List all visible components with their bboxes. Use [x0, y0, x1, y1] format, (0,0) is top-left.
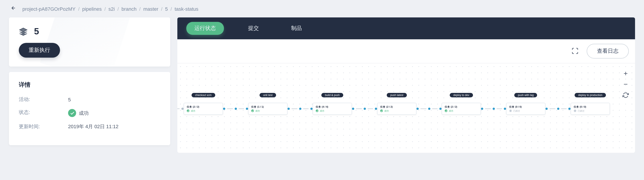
run-header-card: 5 重新执行: [9, 17, 170, 67]
stage-status: 成功: [380, 109, 413, 112]
stage-status: •已跳过: [574, 109, 607, 112]
check-icon: [316, 109, 318, 112]
check-icon: [251, 109, 254, 112]
breadcrumb: project-pA87GOrPozMY / pipelines / s2i /…: [0, 0, 644, 17]
stage-name-badge: checkout scm: [192, 93, 215, 97]
check-icon: [187, 109, 190, 112]
stage-status: 成功: [187, 109, 220, 112]
fullscreen-icon[interactable]: [572, 47, 580, 55]
check-icon: [445, 109, 448, 112]
stage-task-count: 任务 (4 / 4): [316, 105, 349, 108]
stage-connector: [352, 108, 377, 110]
breadcrumb-separator: /: [171, 6, 172, 11]
tab-artifacts[interactable]: 制品: [283, 22, 310, 35]
stage-name-badge: unit test: [260, 93, 276, 97]
breadcrumb-separator: /: [104, 6, 106, 11]
stage-task-count: 任务 (2 / 2): [445, 105, 478, 108]
stage-card[interactable]: 任务 (0 / 0)•已跳过: [506, 103, 546, 115]
tab-commit[interactable]: 提交: [240, 22, 267, 35]
view-log-button[interactable]: 查看日志: [587, 44, 629, 59]
details-title: 详情: [19, 81, 160, 89]
stage-status: 成功: [316, 109, 349, 112]
tab-run-status[interactable]: 运行状态: [186, 22, 224, 35]
status-value: 成功: [79, 110, 89, 116]
breadcrumb-separator: /: [78, 6, 80, 11]
breadcrumb-item[interactable]: 5: [165, 6, 168, 11]
details-card: 详情 活动: 5 状态: 成功 更新时间: 2019年 4月: [9, 72, 170, 145]
stage-card[interactable]: 任务 (4 / 4)成功: [312, 103, 352, 115]
zoom-out-icon[interactable]: −: [622, 80, 630, 89]
success-check-icon: [68, 109, 76, 117]
stage-status: 成功: [445, 109, 478, 112]
stage-connector: [223, 108, 248, 110]
pipeline-stage[interactable]: push with tag任务 (0 / 0)•已跳过: [506, 103, 546, 115]
stage-connector: [416, 108, 442, 110]
breadcrumb-item[interactable]: task-status: [175, 6, 198, 11]
breadcrumb-separator: /: [161, 6, 162, 11]
pipeline-stage[interactable]: build & push任务 (4 / 4)成功: [312, 103, 352, 115]
updated-label: 更新时间:: [19, 123, 68, 130]
pipeline-stage[interactable]: push latest任务 (2 / 2)成功: [377, 103, 416, 115]
stage-task-count: 任务 (0 / 0): [574, 105, 607, 108]
stack-icon: [19, 27, 28, 36]
breadcrumb-separator: /: [117, 6, 119, 11]
stage-task-count: 任务 (2 / 2): [380, 105, 413, 108]
stage-card[interactable]: 任务 (2 / 2)成功: [184, 103, 223, 115]
stage-name-badge: deploy to dev: [450, 93, 473, 97]
stage-card[interactable]: 任务 (1 / 1)成功: [248, 103, 288, 115]
breadcrumb-item[interactable]: branch: [122, 6, 136, 11]
pipeline-stage[interactable]: checkout scm任务 (2 / 2)成功: [184, 103, 223, 115]
run-number: 5: [34, 26, 39, 37]
breadcrumb-item[interactable]: project-pA87GOrPozMY: [22, 6, 76, 11]
stage-task-count: 任务 (0 / 0): [509, 105, 542, 108]
breadcrumb-item[interactable]: pipelines: [82, 6, 102, 11]
stage-connector: [546, 108, 570, 110]
stage-name-badge: push latest: [387, 93, 407, 97]
tabs-bar: 运行状态 提交 制品: [177, 17, 635, 39]
refresh-icon[interactable]: [622, 91, 630, 99]
activity-value: 5: [68, 96, 71, 103]
breadcrumb-item[interactable]: s2i: [108, 6, 115, 11]
check-icon: [380, 109, 383, 112]
stage-name-badge: build & push: [321, 93, 343, 97]
updated-value: 2019年 4月 02日 11:12: [68, 123, 118, 130]
back-arrow-icon[interactable]: [11, 5, 16, 12]
stage-task-count: 任务 (1 / 1): [251, 105, 284, 108]
stage-task-count: 任务 (2 / 2): [187, 105, 220, 108]
breadcrumb-item[interactable]: master: [143, 6, 158, 11]
stage-status: 成功: [251, 109, 284, 112]
stage-card[interactable]: 任务 (2 / 2)成功: [377, 103, 416, 115]
pipeline-stage[interactable]: deploy to dev任务 (2 / 2)成功: [442, 103, 481, 115]
breadcrumb-separator: /: [139, 6, 140, 11]
status-label: 状态:: [19, 109, 68, 117]
stage-connector: [288, 108, 312, 110]
stage-status: •已跳过: [509, 109, 542, 112]
stage-name-badge: push with tag: [514, 93, 538, 97]
zoom-in-icon[interactable]: +: [622, 70, 630, 78]
rerun-button[interactable]: 重新执行: [19, 43, 60, 58]
pipeline-stage[interactable]: deploy to production任务 (0 / 0)•已跳过: [570, 103, 610, 115]
stage-name-badge: deploy to production: [574, 93, 606, 97]
pipeline-toolbar: 查看日志: [177, 39, 635, 63]
pipeline-canvas[interactable]: + − checkout scm任务 (2 / 2)成功unit test任务 …: [177, 63, 635, 153]
activity-label: 活动:: [19, 96, 68, 103]
skipped-icon: •: [509, 109, 512, 112]
stage-card[interactable]: 任务 (2 / 2)成功: [442, 103, 481, 115]
skipped-icon: •: [574, 109, 576, 112]
pipeline-stage[interactable]: unit test任务 (1 / 1)成功: [248, 103, 288, 115]
stage-card[interactable]: 任务 (0 / 0)•已跳过: [570, 103, 610, 115]
stage-connector: [481, 108, 506, 110]
